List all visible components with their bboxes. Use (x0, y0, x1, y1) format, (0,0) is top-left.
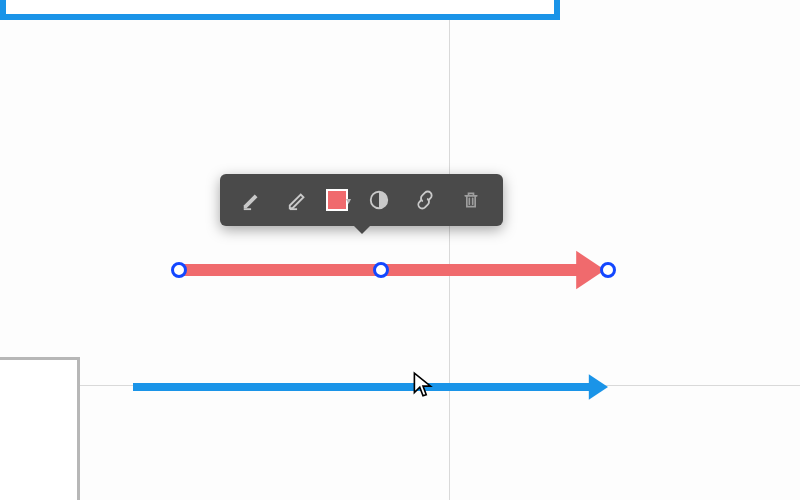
selection-handle[interactable] (373, 262, 389, 278)
arrow-svg (113, 363, 628, 411)
stroke-color-button[interactable] (280, 182, 316, 218)
selection-handle[interactable] (600, 262, 616, 278)
link-button[interactable] (407, 182, 443, 218)
red-arrow-shape[interactable] (159, 244, 625, 296)
drawing-canvas[interactable]: ▾ (0, 0, 800, 500)
stroke-style-button[interactable] (234, 182, 270, 218)
svg-marker-3 (589, 374, 608, 400)
fill-color-button[interactable]: ▾ (326, 189, 351, 211)
pencil-fill-icon (241, 189, 263, 211)
fill-color-swatch (326, 189, 348, 211)
grey-rectangle-shape[interactable] (0, 357, 80, 500)
selection-handle[interactable] (171, 262, 187, 278)
blue-arrow-shape[interactable] (113, 363, 628, 411)
trash-icon (461, 189, 481, 211)
link-icon (414, 189, 436, 211)
blue-rectangle-shape[interactable] (0, 0, 560, 20)
delete-button[interactable] (453, 182, 489, 218)
caret-down-icon: ▾ (346, 195, 351, 206)
pencil-outline-icon (287, 189, 309, 211)
shape-context-toolbar: ▾ (220, 174, 503, 226)
opacity-button[interactable] (361, 182, 397, 218)
arrow-svg (159, 244, 625, 296)
half-circle-icon (368, 189, 390, 211)
